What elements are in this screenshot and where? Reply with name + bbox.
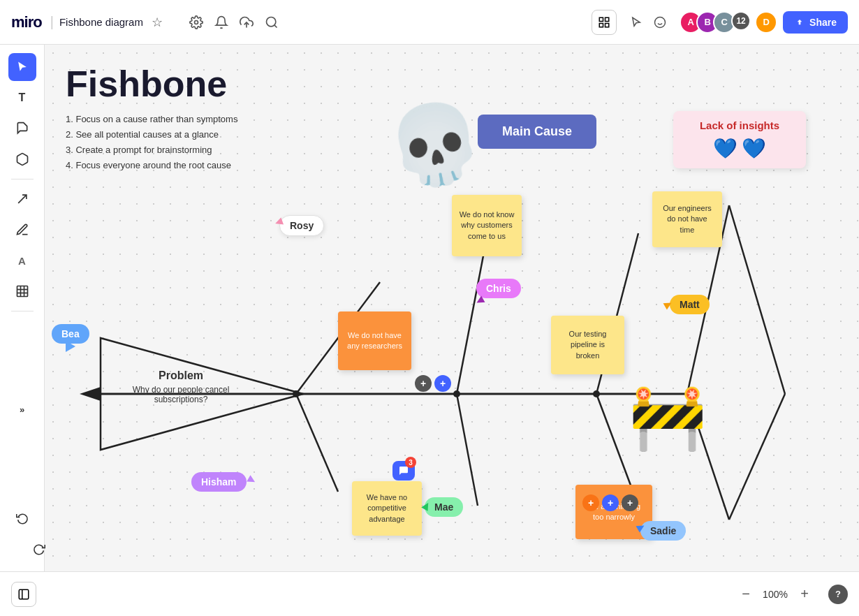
undo-button[interactable] bbox=[8, 504, 36, 532]
heart-check-1-icon: 💙 bbox=[713, 137, 737, 160]
skull-illustration: 💀 bbox=[381, 98, 488, 191]
upload-icon[interactable] bbox=[235, 11, 258, 34]
cursor-bea bbox=[66, 341, 75, 352]
svg-rect-7 bbox=[605, 23, 609, 27]
cursor-hisham: ▶ bbox=[247, 472, 259, 485]
add-button-3[interactable]: + bbox=[582, 494, 599, 511]
svg-point-2 bbox=[266, 17, 275, 26]
problem-title: Problem bbox=[118, 369, 244, 382]
main-cause-box[interactable]: Main Cause bbox=[478, 115, 596, 149]
pen-tool[interactable] bbox=[8, 216, 36, 244]
user-label-chris: Chris bbox=[476, 279, 521, 298]
collab-count[interactable]: 12 bbox=[731, 11, 751, 31]
svg-line-27 bbox=[729, 205, 785, 394]
user-label-sadie: Sadie bbox=[640, 521, 686, 541]
sticky-researchers[interactable]: We do not have any researchers bbox=[338, 311, 411, 370]
list-item: 2. See all potential causes at a glance bbox=[66, 127, 237, 142]
cursor-tool[interactable] bbox=[8, 53, 36, 81]
sticky-competitive[interactable]: We have no competitive advantage bbox=[352, 481, 422, 536]
heart-check-2-icon: 💙 bbox=[742, 137, 766, 160]
avatar-current: D bbox=[755, 11, 777, 34]
user-label-rosy: Rosy bbox=[279, 215, 324, 236]
sticky-engineers[interactable]: Our engineers do not have time bbox=[652, 191, 722, 247]
shape-tool[interactable] bbox=[8, 145, 36, 173]
board-title[interactable]: Fishbone diagram bbox=[59, 16, 143, 28]
more-tools[interactable]: » bbox=[8, 395, 36, 423]
svg-marker-18 bbox=[80, 387, 101, 401]
list-item: 1. Focus on a cause rather than symptoms bbox=[66, 112, 237, 127]
text-tool-2[interactable]: A bbox=[8, 247, 36, 274]
share-button[interactable]: Share bbox=[783, 11, 848, 34]
svg-line-11 bbox=[18, 195, 27, 203]
add-button-4[interactable]: + bbox=[602, 494, 619, 511]
frame-tool[interactable] bbox=[8, 277, 36, 305]
svg-rect-4 bbox=[599, 17, 603, 21]
header-left: miro | Fishbone diagram ☆ bbox=[11, 11, 583, 34]
text-tool[interactable]: T bbox=[8, 84, 36, 112]
svg-rect-33 bbox=[19, 589, 29, 599]
header-right: A B C 12 D Share bbox=[592, 10, 848, 35]
left-toolbar: T A » bbox=[0, 45, 45, 571]
svg-rect-5 bbox=[605, 17, 609, 21]
svg-line-23 bbox=[296, 394, 338, 492]
user-label-matt: Matt bbox=[670, 295, 710, 314]
cone-illustration: 🚧 bbox=[629, 386, 707, 448]
comment-count-badge: 3 bbox=[405, 457, 416, 468]
problem-subtitle: Why do our people cancel subscriptions? bbox=[118, 385, 244, 404]
header: miro | Fishbone diagram ☆ bbox=[0, 0, 859, 45]
pointer-tool-icon[interactable] bbox=[625, 11, 647, 34]
fishbone-title: Fishbone 1. Focus on a cause rather than… bbox=[66, 66, 237, 173]
search-icon[interactable] bbox=[260, 11, 283, 34]
notifications-icon[interactable] bbox=[210, 11, 233, 34]
sidebar-toggle[interactable] bbox=[11, 582, 36, 607]
reaction-icon[interactable] bbox=[649, 11, 671, 34]
svg-point-8 bbox=[655, 17, 666, 27]
zoom-in-button[interactable]: + bbox=[795, 585, 814, 604]
svg-line-3 bbox=[274, 24, 277, 27]
svg-rect-12 bbox=[17, 286, 27, 297]
list-item: 4. Focus everyone around the root cause bbox=[66, 158, 237, 173]
toolbar-separator-1 bbox=[11, 179, 34, 179]
canvas-content: Fishbone 1. Focus on a cause rather than… bbox=[45, 45, 859, 571]
settings-icon[interactable] bbox=[185, 11, 207, 34]
svg-line-28 bbox=[729, 394, 785, 520]
lack-of-insights-box[interactable]: Lack of insights 💙 💙 bbox=[673, 111, 806, 168]
problem-box: Problem Why do our people cancel subscri… bbox=[118, 369, 244, 404]
sticky-testing[interactable]: Our testing pipeline is broken bbox=[551, 316, 624, 374]
add-button-5[interactable]: + bbox=[622, 494, 638, 511]
add-button-1[interactable]: + bbox=[415, 375, 432, 392]
svg-rect-6 bbox=[599, 23, 603, 27]
star-icon[interactable]: ☆ bbox=[146, 11, 168, 34]
bottom-toolbar: − 100% + ? bbox=[0, 571, 859, 616]
collaborators-area: A B C 12 D bbox=[680, 11, 777, 34]
add-button-2[interactable]: + bbox=[434, 375, 451, 392]
help-button[interactable]: ? bbox=[828, 585, 848, 604]
lack-of-insights-label: Lack of insights bbox=[684, 119, 795, 131]
logo[interactable]: miro bbox=[11, 13, 42, 31]
svg-point-30 bbox=[293, 390, 300, 397]
svg-point-31 bbox=[593, 390, 600, 397]
svg-point-0 bbox=[194, 20, 198, 24]
zoom-level-display[interactable]: 100% bbox=[761, 589, 789, 600]
apps-button[interactable] bbox=[592, 10, 617, 35]
redo-button[interactable] bbox=[8, 535, 36, 563]
canvas[interactable]: Fishbone 1. Focus on a cause rather than… bbox=[45, 45, 859, 571]
list-item: 3. Create a prompt for brainstorming bbox=[66, 142, 237, 158]
svg-line-24 bbox=[457, 394, 478, 506]
svg-point-29 bbox=[453, 390, 460, 397]
sticky-customers[interactable]: We do not know why customers come to us bbox=[452, 195, 522, 256]
toolbar-separator-2 bbox=[11, 311, 34, 311]
sticky-note-tool[interactable] bbox=[8, 115, 36, 142]
canvas-title: Fishbone bbox=[66, 66, 237, 102]
connector-tool[interactable] bbox=[8, 185, 36, 213]
user-label-hisham: Hisham bbox=[191, 472, 247, 492]
fishbone-list: 1. Focus on a cause rather than symptoms… bbox=[66, 112, 237, 173]
zoom-controls: − 100% + ? bbox=[736, 585, 848, 604]
zoom-out-button[interactable]: − bbox=[736, 585, 756, 604]
